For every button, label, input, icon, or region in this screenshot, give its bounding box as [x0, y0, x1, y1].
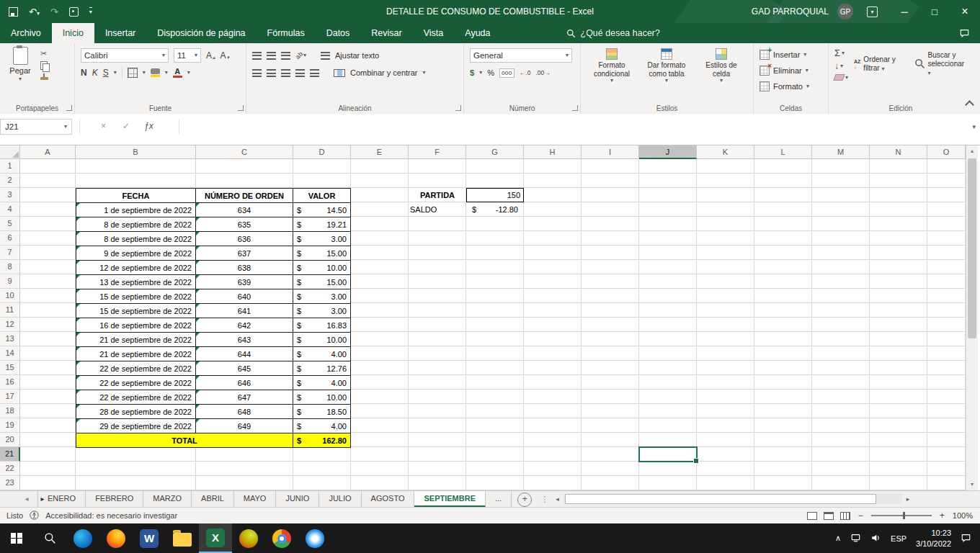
row-header-cell[interactable]: 5 [0, 217, 20, 231]
vertical-scrollbar[interactable]: ▴ ▾ [966, 145, 978, 490]
font-name-select[interactable]: Calibri▾ [81, 48, 169, 63]
excel-icon[interactable]: X [199, 523, 232, 553]
table-row[interactable]: 22 de septiembre de 2022 646 $4.00 [76, 376, 351, 390]
orden-cell[interactable]: 636 [196, 232, 293, 246]
language-indicator[interactable]: ESP [891, 534, 906, 543]
formula-input[interactable] [179, 119, 963, 135]
row-header-cell[interactable]: 7 [0, 246, 20, 260]
header-valor[interactable]: VALOR [293, 189, 351, 203]
selected-cell[interactable] [638, 446, 698, 462]
undo-icon[interactable]: ↶▾ [29, 6, 40, 17]
table-row[interactable]: 22 de septiembre de 2022 647 $10.00 [76, 390, 351, 405]
wrap-text-button[interactable]: Ajustar texto [335, 51, 379, 60]
cell-styles-button[interactable]: Estilos de celda▾ [696, 48, 747, 84]
fecha-cell[interactable]: 15 de septiembre de 2022 [76, 289, 196, 304]
merge-center-button[interactable]: Combinar y centrar [350, 68, 418, 77]
table-row[interactable]: 16 de septiembre de 2022 642 $16.83 [76, 318, 351, 333]
fecha-cell[interactable]: 13 de septiembre de 2022 [76, 275, 196, 289]
start-button[interactable] [0, 523, 33, 553]
avatar[interactable]: GP [837, 4, 853, 19]
network-icon[interactable] [850, 533, 861, 544]
row-header-cell[interactable]: 16 [0, 375, 20, 390]
ribbon-tab[interactable]: Insertar [94, 23, 146, 43]
font-color-icon[interactable]: A [173, 68, 182, 78]
clear-button[interactable]: ▾ [834, 74, 848, 81]
ribbon-tab[interactable]: Archivo [0, 23, 52, 43]
table-row[interactable]: 9 de septiembre de 2022 637 $15.00 [76, 246, 351, 261]
fecha-cell[interactable]: 22 de septiembre de 2022 [76, 361, 196, 376]
valor-cell[interactable]: $4.00 [293, 347, 351, 361]
clock[interactable]: 10:23 3/10/2022 [916, 528, 951, 549]
partida-label-cell[interactable]: PARTIDA [409, 188, 466, 202]
minimize-button[interactable]: ─ [889, 0, 919, 23]
valor-cell[interactable]: $3.00 [293, 232, 351, 246]
orden-cell[interactable]: 647 [196, 390, 293, 405]
zoom-slider[interactable] [871, 515, 932, 516]
header-fecha[interactable]: FECHA [76, 189, 196, 203]
hscroll-right-arrow[interactable]: ▸ [904, 491, 913, 507]
format-painter-icon[interactable] [40, 77, 48, 80]
decrease-font-icon[interactable]: A▾ [220, 50, 230, 60]
scroll-down-arrow[interactable]: ▾ [966, 479, 978, 490]
orden-cell[interactable]: 640 [196, 289, 293, 304]
maximize-button[interactable]: □ [919, 0, 950, 23]
orden-cell[interactable]: 643 [196, 333, 293, 347]
row-header-cell[interactable]: 3 [0, 188, 20, 202]
total-value-cell[interactable]: $162.80 [293, 433, 351, 448]
touch-mode-icon[interactable] [69, 7, 79, 17]
column-header-cell[interactable]: A [20, 145, 76, 159]
column-header-cell[interactable]: C [196, 145, 293, 159]
taskbar-search-button[interactable] [33, 523, 66, 553]
table-row[interactable]: 22 de septiembre de 2022 645 $12.76 [76, 361, 351, 376]
spreadsheet-grid[interactable]: FECHA NÚMERO DE ORDEN VALOR 1 de septiem… [20, 159, 966, 490]
sheet-tab[interactable]: MAYO [234, 491, 277, 507]
orden-cell[interactable]: 648 [196, 405, 293, 419]
prev-sheet-button[interactable]: ◂ [19, 491, 35, 507]
row-header-cell[interactable]: 20 [0, 433, 20, 447]
row-header-cell[interactable]: 1 [0, 159, 20, 174]
row-header-cell[interactable]: 12 [0, 318, 20, 332]
sheet-tab[interactable]: JUNIO [276, 491, 319, 507]
photos-icon[interactable] [298, 523, 331, 553]
zoom-slider-thumb[interactable] [903, 512, 905, 519]
valor-cell[interactable]: $3.00 [293, 289, 351, 304]
column-header-cell[interactable]: G [466, 145, 524, 159]
fecha-cell[interactable]: 29 de septiembre de 2022 [76, 419, 196, 433]
save-icon[interactable] [9, 7, 18, 17]
table-row[interactable]: 1 de septiembre de 2022 634 $14.50 [76, 203, 351, 217]
ribbon-tab[interactable]: Ayuda [454, 23, 501, 43]
total-row[interactable]: TOTAL $162.80 [76, 433, 351, 448]
zoom-in-button[interactable]: + [938, 511, 946, 521]
sheet-tab[interactable]: SEPTIEMBRE [414, 491, 486, 507]
fecha-cell[interactable]: 16 de septiembre de 2022 [76, 318, 196, 333]
clipboard-dialog-launcher[interactable] [66, 105, 72, 111]
align-top-icon[interactable] [252, 52, 262, 60]
row-header-cell[interactable]: 13 [0, 332, 20, 346]
valor-cell[interactable]: $3.00 [293, 304, 351, 318]
zoom-out-button[interactable]: − [857, 511, 865, 521]
partida-value-cell[interactable]: 150 [466, 188, 524, 202]
sheet-tab[interactable]: MARZO [143, 491, 192, 507]
row-header-cell[interactable]: 17 [0, 390, 20, 404]
valor-cell[interactable]: $10.00 [293, 333, 351, 347]
header-orden[interactable]: NÚMERO DE ORDEN [196, 189, 293, 203]
valor-cell[interactable]: $14.50 [293, 203, 351, 217]
row-header-cell[interactable]: 19 [0, 418, 20, 433]
file-explorer-icon[interactable] [166, 523, 199, 553]
fill-color-icon[interactable] [151, 68, 160, 77]
word-icon[interactable]: W [133, 523, 166, 553]
name-box[interactable]: J21▾ [0, 119, 72, 135]
column-header-cell[interactable]: M [812, 145, 870, 159]
italic-button[interactable]: K [92, 68, 98, 78]
comments-icon[interactable] [959, 28, 970, 41]
fecha-cell[interactable]: 15 de septiembre de 2022 [76, 304, 196, 318]
font-size-select[interactable]: 11▾ [174, 48, 201, 63]
fecha-cell[interactable]: 9 de septiembre de 2022 [76, 246, 196, 261]
column-header-cell[interactable]: B [76, 145, 196, 159]
normal-view-icon[interactable] [807, 512, 817, 520]
ribbon-display-options-icon[interactable]: ▾ [867, 6, 878, 17]
alignment-dialog-launcher[interactable] [455, 105, 461, 111]
accessibility-status[interactable]: Accesibilidad: es necesario investigar [45, 511, 177, 520]
fecha-cell[interactable]: 1 de septiembre de 2022 [76, 203, 196, 217]
copy-icon[interactable] [40, 61, 48, 70]
